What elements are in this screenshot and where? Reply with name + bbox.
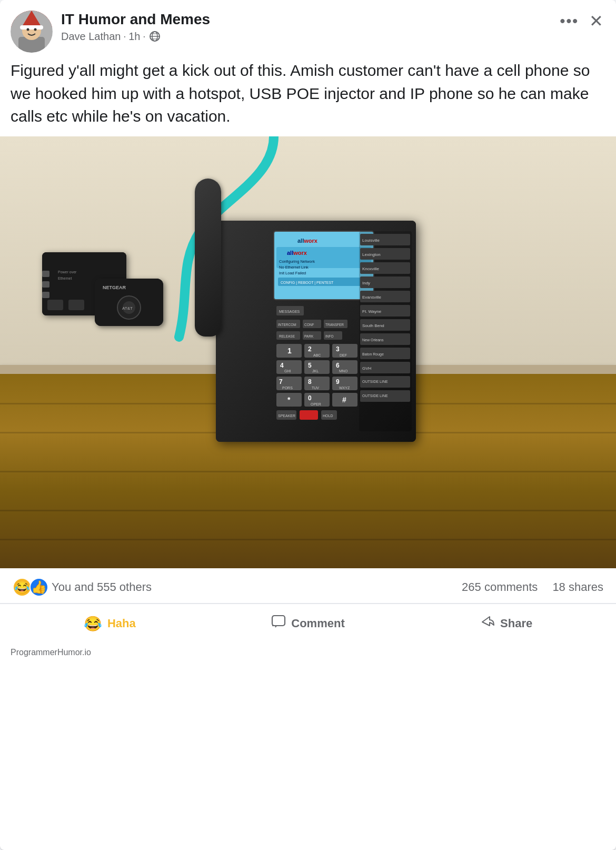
post-header: IT Humor and Memes Dave Lathan • 1h • ••…: [0, 0, 616, 59]
svg-text:RELEASE: RELEASE: [279, 334, 295, 338]
svg-text:#: #: [342, 396, 346, 404]
svg-point-6: [34, 28, 37, 31]
header-info: IT Humor and Memes Dave Lathan • 1h •: [61, 11, 605, 43]
svg-text:ABC: ABC: [313, 353, 321, 357]
haha-button[interactable]: 😂 Haha: [11, 608, 209, 639]
svg-text:MESSAGES: MESSAGES: [279, 310, 300, 313]
share-label: Share: [500, 617, 532, 630]
svg-text:Evansville: Evansville: [362, 295, 382, 300]
svg-text:Init Load Failed: Init Load Failed: [279, 271, 306, 275]
svg-rect-14: [42, 281, 49, 288]
svg-rect-19: [47, 300, 63, 310]
post-image: Power over Ethernet NETGEAR AT&: [0, 136, 616, 568]
svg-text:AT&T: AT&T: [122, 306, 133, 311]
svg-rect-4: [20, 25, 43, 29]
close-button[interactable]: ✕: [589, 13, 603, 29]
svg-rect-113: [272, 616, 285, 626]
svg-text:CONF: CONF: [304, 323, 314, 327]
comments-count[interactable]: 265 comments: [462, 580, 538, 594]
svg-text:allworx: allworx: [297, 238, 318, 244]
action-buttons: 😂 Haha Comment Share: [0, 604, 616, 644]
svg-text:8: 8: [308, 378, 312, 386]
svg-text:SPEAKER: SPEAKER: [278, 414, 295, 418]
phone-handset: [195, 179, 221, 337]
svg-text:NETGEAR: NETGEAR: [103, 285, 126, 290]
svg-text:OPER: OPER: [311, 402, 321, 406]
reactions-left: 😂 👍 You and 555 others: [13, 578, 152, 597]
reactions-count[interactable]: You and 555 others: [52, 580, 152, 594]
svg-text:allworx: allworx: [287, 250, 307, 256]
svg-text:PARK: PARK: [304, 334, 314, 338]
shares-count[interactable]: 18 shares: [552, 580, 603, 594]
ip-phone: allworx allworx Configuring Network No E…: [184, 179, 437, 442]
footer-watermark: ProgrammerHumor.io: [0, 644, 616, 666]
svg-text:INFO: INFO: [325, 334, 334, 338]
hotspot-device: NETGEAR AT&T: [95, 279, 163, 326]
header-actions: ••• ✕: [560, 13, 603, 29]
avatar: [11, 11, 53, 53]
reaction-emojis: 😂 👍: [13, 578, 46, 597]
svg-text:Ethernet: Ethernet: [58, 276, 72, 280]
page-name[interactable]: IT Humor and Memes: [61, 11, 605, 28]
svg-text:New Orleans: New Orleans: [362, 338, 384, 342]
svg-text:DEF: DEF: [340, 353, 347, 357]
more-options-button[interactable]: •••: [560, 13, 579, 29]
svg-text:2: 2: [308, 345, 312, 353]
svg-rect-20: [68, 300, 84, 310]
comment-icon: [271, 615, 286, 633]
svg-text:HOLD: HOLD: [323, 414, 333, 418]
svg-text:JKL: JKL: [312, 369, 319, 373]
separator-dot2: •: [143, 34, 145, 39]
svg-text:*: *: [287, 396, 291, 404]
svg-text:9: 9: [336, 378, 340, 386]
svg-text:Baton Rouge: Baton Rouge: [362, 352, 384, 357]
svg-text:OUTSIDE LINE: OUTSIDE LINE: [362, 380, 388, 383]
post-time: 1h: [128, 31, 140, 43]
svg-text:1: 1: [287, 347, 292, 355]
svg-text:INTERCOM: INTERCOM: [278, 323, 296, 327]
like-reaction-icon: 👍: [29, 578, 48, 597]
svg-rect-13: [42, 271, 49, 277]
svg-text:6: 6: [336, 362, 340, 369]
svg-text:TUV: TUV: [312, 386, 319, 390]
svg-text:CONFIG | REBOOT | PENTEST: CONFIG | REBOOT | PENTEST: [281, 281, 334, 285]
svg-text:TRANSFER: TRANSFER: [325, 323, 344, 327]
phone-scene: Power over Ethernet NETGEAR AT&: [0, 136, 616, 568]
svg-rect-85: [300, 410, 318, 420]
svg-text:5: 5: [308, 362, 312, 369]
comment-button[interactable]: Comment: [209, 608, 408, 639]
laugh-reaction-icon: 😂: [13, 578, 32, 597]
svg-text:Knoxville: Knoxville: [362, 266, 380, 271]
svg-text:4: 4: [280, 362, 284, 369]
svg-text:MNO: MNO: [339, 369, 348, 373]
watermark-text: ProgrammerHumor.io: [11, 648, 91, 657]
separator-dot: •: [124, 34, 125, 39]
svg-text:3: 3: [336, 345, 340, 353]
svg-text:Ft. Wayne: Ft. Wayne: [362, 309, 382, 314]
svg-text:7: 7: [279, 378, 283, 386]
svg-text:Indy: Indy: [362, 281, 370, 285]
share-icon: [480, 615, 495, 633]
author-name[interactable]: Dave Lathan: [61, 31, 121, 43]
reactions-bar: 😂 👍 You and 555 others 265 comments 18 s…: [0, 568, 616, 604]
svg-rect-15: [42, 292, 49, 298]
svg-text:PORS: PORS: [282, 386, 293, 390]
post-card: IT Humor and Memes Dave Lathan • 1h • ••…: [0, 0, 616, 850]
share-button[interactable]: Share: [407, 608, 605, 639]
svg-text:GHI: GHI: [284, 369, 291, 373]
reactions-right: 265 comments 18 shares: [462, 580, 603, 594]
svg-text:Configuring Network: Configuring Network: [279, 259, 315, 264]
haha-icon: 😂: [84, 615, 102, 632]
svg-text:Louisville: Louisville: [362, 238, 380, 243]
comment-label: Comment: [291, 617, 344, 630]
svg-text:OUTSIDE LINE: OUTSIDE LINE: [362, 394, 388, 398]
svg-text:No Ethernet Link: No Ethernet Link: [279, 265, 309, 270]
globe-icon: [149, 31, 161, 42]
svg-point-5: [27, 28, 29, 31]
svg-text:WXYZ: WXYZ: [339, 386, 350, 390]
svg-text:South Bend: South Bend: [362, 323, 384, 328]
svg-text:Lexington: Lexington: [362, 252, 381, 257]
svg-text:GVH: GVH: [362, 366, 372, 371]
svg-text:Power over: Power over: [58, 270, 77, 274]
meta-line: Dave Lathan • 1h •: [61, 31, 605, 43]
